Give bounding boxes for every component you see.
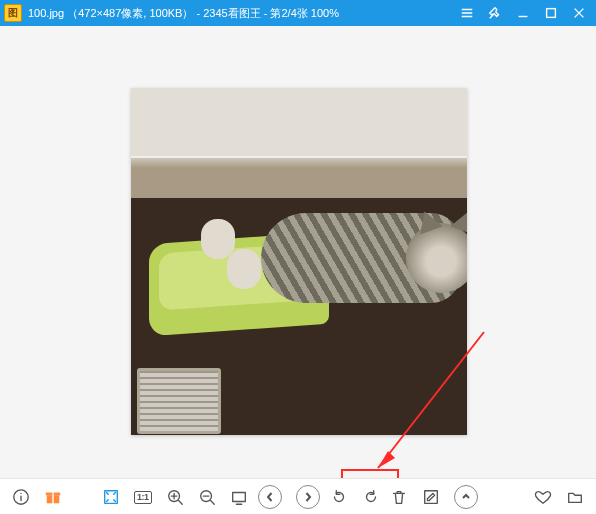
svg-rect-0 xyxy=(547,9,556,18)
svg-rect-3 xyxy=(342,470,398,478)
rotate-left-icon[interactable] xyxy=(330,488,348,506)
previous-button[interactable] xyxy=(258,485,282,509)
zoom-out-icon[interactable] xyxy=(198,488,216,506)
gift-icon[interactable] xyxy=(44,488,62,506)
displayed-image xyxy=(131,88,467,435)
info-icon[interactable] xyxy=(12,488,30,506)
minimize-button[interactable] xyxy=(516,6,530,20)
file-details: （472×487像素, 100KB） xyxy=(67,7,193,19)
next-button[interactable] xyxy=(296,485,320,509)
image-viewport[interactable] xyxy=(0,26,596,478)
window-controls xyxy=(460,6,596,20)
app-logo-icon: 图 xyxy=(4,4,22,22)
svg-rect-10 xyxy=(232,493,245,502)
pin-button[interactable] xyxy=(488,6,502,20)
menu-button[interactable] xyxy=(460,6,474,20)
close-button[interactable] xyxy=(572,6,586,20)
fullscreen-icon[interactable] xyxy=(230,488,248,506)
window-title: 100.jpg （472×487像素, 100KB） - 2345看图王 - 第… xyxy=(28,6,339,21)
open-folder-icon[interactable] xyxy=(566,488,584,506)
svg-rect-11 xyxy=(424,491,437,504)
svg-marker-2 xyxy=(378,451,395,468)
rotate-right-icon[interactable] xyxy=(362,488,380,506)
favorite-icon[interactable] xyxy=(534,488,552,506)
zoom-in-icon[interactable] xyxy=(166,488,184,506)
filename: 100.jpg xyxy=(28,7,64,19)
more-button[interactable] xyxy=(454,485,478,509)
maximize-button[interactable] xyxy=(544,6,558,20)
titlebar: 图 100.jpg （472×487像素, 100KB） - 2345看图王 -… xyxy=(0,0,596,26)
actual-size-button[interactable]: 1:1 xyxy=(134,491,152,504)
bottom-toolbar: 1:1 xyxy=(0,478,596,514)
fit-window-icon[interactable] xyxy=(102,488,120,506)
delete-icon[interactable] xyxy=(390,488,408,506)
edit-icon[interactable] xyxy=(422,488,440,506)
app-status: - 2345看图王 - 第2/4张 100% xyxy=(197,7,339,19)
